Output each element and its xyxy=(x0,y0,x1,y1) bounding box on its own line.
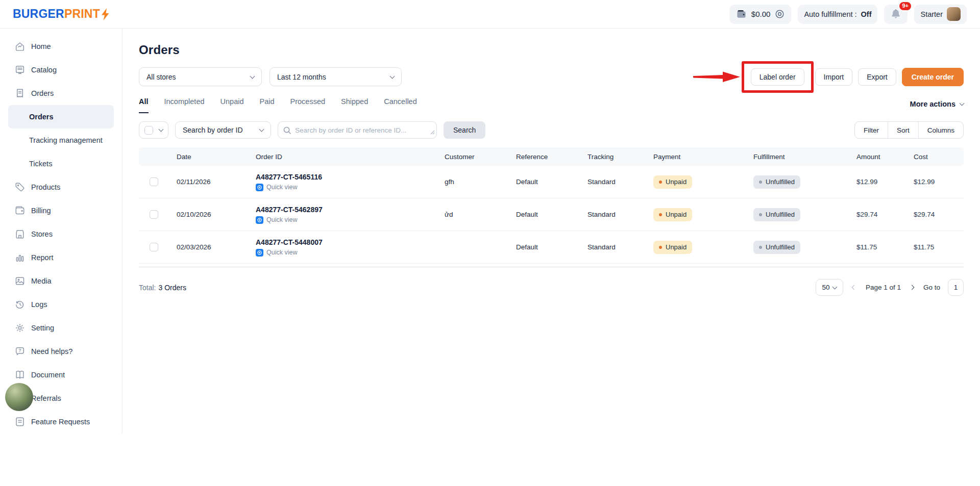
more-actions-button[interactable]: More actions xyxy=(910,100,964,113)
order-date: 02/03/2026 xyxy=(177,243,256,251)
import-button[interactable]: Import xyxy=(815,68,853,86)
export-button[interactable]: Export xyxy=(858,68,896,86)
eye-icon xyxy=(256,249,263,257)
auto-fulfillment-toggle[interactable]: Auto fulfillment : Off xyxy=(798,5,877,24)
sidebar-item-billing[interactable]: Billing xyxy=(8,199,114,222)
payment-cell: Unpaid xyxy=(653,241,753,254)
account-menu[interactable]: Starter xyxy=(914,5,967,24)
cost: $12.99 xyxy=(914,178,964,186)
sidebar-item-catalog[interactable]: Catalog xyxy=(8,58,114,82)
sidebar-item-need-helps[interactable]: ?Need helps? xyxy=(8,340,114,363)
chevron-down-icon xyxy=(960,101,965,106)
sidebar-item-orders[interactable]: Orders xyxy=(8,82,114,105)
fulfillment-status-badge: Unfulfilled xyxy=(753,208,800,221)
status-dot xyxy=(659,181,662,184)
setting-icon xyxy=(14,322,26,334)
table-row: 02/03/2026A48277-CT-5448007Quick viewDef… xyxy=(139,231,964,264)
brand-logo[interactable]: BURGERPRINT xyxy=(13,7,110,21)
fulfillment-cell: Unfulfilled xyxy=(753,241,856,254)
sidebar-item-document[interactable]: Document xyxy=(8,363,114,387)
row-checkbox[interactable] xyxy=(150,177,158,186)
search-button[interactable]: Search xyxy=(444,121,485,139)
quick-view-link[interactable]: Quick view xyxy=(256,216,297,224)
tab-processed[interactable]: Processed xyxy=(290,97,326,113)
page-info: Page 1 of 1 xyxy=(866,284,901,291)
row-checkbox[interactable] xyxy=(150,243,158,251)
sidebar-item-stores[interactable]: Stores xyxy=(8,222,114,246)
tab-unpaid[interactable]: Unpaid xyxy=(220,97,244,113)
tracking: Standard xyxy=(587,243,653,251)
fulfillment-cell: Unfulfilled xyxy=(753,175,856,189)
date-range-select[interactable]: Last 12 months xyxy=(270,67,402,86)
order-id-link[interactable]: A48277-CT-5448007 xyxy=(256,238,445,246)
sort-button[interactable]: Sort xyxy=(888,122,918,138)
row-checkbox[interactable] xyxy=(150,210,158,219)
payment-cell: Unpaid xyxy=(653,175,753,189)
order-id-link[interactable]: A48277-CT-5462897 xyxy=(256,206,445,214)
order-id-cell: A48277-CT-5462897Quick view xyxy=(256,206,445,224)
sidebar-item-products[interactable]: Products xyxy=(8,175,114,199)
search-mode-select[interactable]: Search by order ID xyxy=(175,121,271,139)
payment-cell: Unpaid xyxy=(653,208,753,221)
customer: ửd xyxy=(445,211,516,218)
sidebar-item-label: Feature Requests xyxy=(31,418,90,426)
sidebar-item-label: Orders xyxy=(29,113,54,121)
notifications-button[interactable]: 9+ xyxy=(884,5,908,24)
sidebar-item-home[interactable]: Home xyxy=(8,35,114,58)
sidebar-item-label: Stores xyxy=(31,230,53,238)
sidebar-item-label: Billing xyxy=(31,207,51,215)
sidebar-item-label: Products xyxy=(31,183,60,191)
date-range-value: Last 12 months xyxy=(277,73,326,81)
document-icon xyxy=(14,369,26,380)
previous-page-button[interactable] xyxy=(851,286,858,289)
sidebar-item-tickets-sub[interactable]: Tickets xyxy=(8,152,114,175)
sidebar-item-label: Home xyxy=(31,42,51,50)
table-footer: Total: 3 Orders 50 Page 1 of 1 Go to xyxy=(139,279,964,296)
select-all-dropdown[interactable] xyxy=(139,121,168,139)
billing-icon xyxy=(14,205,26,216)
quick-view-link[interactable]: Quick view xyxy=(256,184,297,191)
sidebar-item-media[interactable]: Media xyxy=(8,269,114,293)
sidebar-item-label: Logs xyxy=(31,300,47,309)
create-order-button[interactable]: Create order xyxy=(902,68,964,86)
tabs-list: AllIncompletedUnpaidPaidProcessedShipped… xyxy=(139,97,433,113)
page-size-select[interactable]: 50 xyxy=(816,279,843,296)
tab-shipped[interactable]: Shipped xyxy=(341,97,368,113)
column-header-customer: Customer xyxy=(445,153,516,161)
sidebar-item-feature-requests[interactable]: Feature Requests xyxy=(8,410,114,433)
search-input[interactable] xyxy=(295,126,432,134)
sidebar-item-logs[interactable]: Logs xyxy=(8,293,114,316)
tab-cancelled[interactable]: Cancelled xyxy=(384,97,417,113)
label-order-button[interactable]: Label order xyxy=(751,68,804,86)
order-id-link[interactable]: A48277-CT-5465116 xyxy=(256,173,445,181)
wallet-balance[interactable]: $0.00 xyxy=(729,5,792,24)
main-content: Orders All stores Last 12 months Label o… xyxy=(122,29,980,433)
eye-icon xyxy=(256,216,263,224)
goto-page-input[interactable] xyxy=(948,279,964,296)
profile-avatar[interactable] xyxy=(5,383,33,411)
notification-count-badge: 9+ xyxy=(898,1,913,11)
payment-status-badge: Unpaid xyxy=(653,241,692,254)
search-field xyxy=(278,121,437,139)
next-page-button[interactable] xyxy=(909,286,916,289)
tab-all[interactable]: All xyxy=(139,97,149,113)
toggle-balance-visibility-icon[interactable] xyxy=(774,9,785,19)
columns-button[interactable]: Columns xyxy=(918,122,963,138)
tab-paid[interactable]: Paid xyxy=(259,97,274,113)
table-header: DateOrder IDCustomerReferenceTrackingPay… xyxy=(139,147,964,166)
sidebar-item-setting[interactable]: Setting xyxy=(8,316,114,340)
eye-icon xyxy=(256,184,263,191)
sidebar-item-orders-sub[interactable]: Orders xyxy=(8,105,114,129)
svg-text:?: ? xyxy=(18,348,21,353)
sidebar-item-report[interactable]: Report xyxy=(8,246,114,269)
resize-handle[interactable] xyxy=(430,127,435,137)
balance-amount: $0.00 xyxy=(751,10,771,18)
select-all-checkbox[interactable] xyxy=(144,126,153,135)
lightning-bolt-icon xyxy=(100,8,110,21)
store-filter-select[interactable]: All stores xyxy=(139,67,262,86)
quick-view-link[interactable]: Quick view xyxy=(256,249,297,257)
fulfillment-status-badge: Unfulfilled xyxy=(753,241,800,254)
sidebar-item-tracking-management-sub[interactable]: Tracking management xyxy=(8,129,114,152)
tab-incompleted[interactable]: Incompleted xyxy=(164,97,205,113)
filter-button[interactable]: Filter xyxy=(855,122,888,138)
